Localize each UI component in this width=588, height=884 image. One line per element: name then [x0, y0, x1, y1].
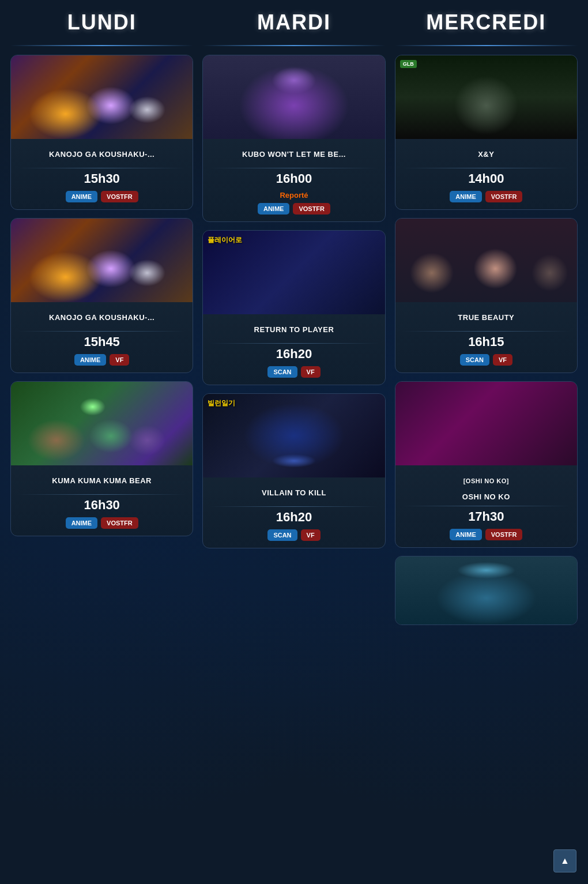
card-time-kuma: 16h30 [18, 498, 186, 513]
card-time-kanojo-1: 15h30 [18, 171, 186, 186]
card-tags-villain: Scan VF [210, 529, 378, 541]
tag-vostfr-oshi[interactable]: VOSTFR [485, 529, 523, 540]
card-body-kanojo-1: KANOJO GA KOUSHAKU-... 15h30 Anime VOSTF… [11, 139, 193, 202]
card-tags-kuma: Anime VOSTFR [18, 517, 186, 529]
card-time-kubo: 16h00 [210, 171, 378, 186]
tag-vostfr-kuma[interactable]: VOSTFR [101, 517, 138, 529]
column-title-lundi: LUNDI [10, 10, 193, 35]
column-mercredi: MERCREDI GLB X&Y 14h00 Anime VOSTFR TRUE… [390, 0, 582, 633]
card-kuma[interactable]: KUMA KUMA KUMA BEAR 16h30 Anime VOSTFR [10, 381, 193, 536]
card-true-beauty[interactable]: TRUE BEAUTY 16h15 Scan VF [395, 218, 578, 373]
card-divider-true-beauty [402, 331, 570, 332]
tag-anime-kanojo-2[interactable]: Anime [74, 354, 106, 366]
card-time-villain: 16h20 [210, 510, 378, 525]
card-villain[interactable]: 빌런일기 VILLAIN TO KILL 16h20 Scan VF [202, 393, 385, 548]
card-divider-kuma [18, 494, 186, 495]
card-body-kuma: KUMA KUMA KUMA BEAR 16h30 Anime VOSTFR [11, 465, 193, 529]
card-title-return: RETURN TO PLAYER [210, 320, 378, 340]
card-time-oshi: 17h30 [402, 509, 570, 524]
card-image-kuma [11, 382, 193, 465]
tag-vostfr-kanojo-1[interactable]: VOSTFR [101, 191, 138, 202]
tag-scan-return[interactable]: Scan [267, 366, 297, 378]
card-xy[interactable]: GLB X&Y 14h00 Anime VOSTFR [395, 55, 578, 210]
card-kanojo-1[interactable]: KANOJO GA KOUSHAKU-... 15h30 Anime VOSTF… [10, 55, 193, 210]
tag-vf-kanojo-2[interactable]: VF [110, 354, 129, 366]
card-time-xy: 14h00 [402, 171, 570, 186]
card-body-true-beauty: TRUE BEAUTY 16h15 Scan VF [395, 302, 577, 366]
card-image-kanojo-2 [11, 219, 193, 302]
card-title-kuma: KUMA KUMA KUMA BEAR [18, 471, 186, 491]
card-divider-return [210, 343, 378, 344]
column-title-mercredi: MERCREDI [395, 10, 578, 35]
card-time-true-beauty: 16h15 [402, 334, 570, 349]
card-body-villain: VILLAIN TO KILL 16h20 Scan VF [203, 477, 385, 541]
column-header-mardi: MARDI [202, 0, 385, 40]
tag-vostfr-kubo[interactable]: VOSTFR [293, 203, 330, 215]
card-tags-return: Scan VF [210, 366, 378, 378]
column-lundi: LUNDI KANOJO GA KOUSHAKU-... 15h30 Anime… [6, 0, 198, 633]
column-divider-lundi [10, 45, 193, 46]
column-title-mardi: MARDI [202, 10, 385, 35]
card-divider-oshi [402, 506, 570, 506]
card-body-xy: X&Y 14h00 Anime VOSTFR [395, 139, 577, 202]
card-time-return: 16h20 [210, 347, 378, 362]
card-title-oshi: OSHI NO KO [402, 492, 570, 502]
card-image-return: 플레이어로 [203, 231, 385, 314]
column-mardi: MARDI KUBO WON'T LET ME BE... 16h00 Repo… [198, 0, 390, 633]
card-return[interactable]: 플레이어로 RETURN TO PLAYER 16h20 Scan VF [202, 230, 385, 385]
tag-anime-xy[interactable]: Anime [450, 191, 481, 202]
card-image-last [395, 556, 577, 625]
card-divider-villain [210, 506, 378, 507]
card-tags-kubo: Anime VOSTFR [210, 203, 378, 215]
card-time-kanojo-2: 15h45 [18, 334, 186, 349]
card-reported-kubo: Reporté [210, 191, 378, 200]
tag-vf-villain[interactable]: VF [301, 529, 321, 541]
card-tags-oshi: Anime VOSTFR [402, 529, 570, 540]
xy-badge: GLB [400, 60, 417, 68]
tag-vf-return[interactable]: VF [301, 366, 321, 378]
card-divider-kanojo-1 [18, 168, 186, 168]
card-kanojo-2[interactable]: KANOJO GA KOUSHAKU-... 15h45 Anime VF [10, 218, 193, 373]
card-body-kubo: KUBO WON'T LET ME BE... 16h00 Reporté An… [203, 139, 385, 215]
scroll-to-top-button[interactable] [553, 849, 576, 872]
card-tags-xy: Anime VOSTFR [402, 191, 570, 202]
card-image-true-beauty [395, 219, 577, 302]
tag-anime-oshi[interactable]: Anime [450, 529, 481, 540]
card-body-return: RETURN TO PLAYER 16h20 Scan VF [203, 314, 385, 378]
schedule-grid: LUNDI KANOJO GA KOUSHAKU-... 15h30 Anime… [0, 0, 588, 633]
villain-overlay-text: 빌런일기 [208, 398, 235, 408]
card-subtitle-oshi: [OSHI NO KO] [402, 471, 570, 491]
card-oshi[interactable]: [OSHI NO KO] OSHI NO KO 17h30 Anime VOST… [395, 381, 578, 548]
return-overlay-text: 플레이어로 [208, 235, 242, 245]
card-image-xy: GLB [395, 55, 577, 139]
card-image-villain: 빌런일기 [203, 394, 385, 477]
card-divider-xy [402, 168, 570, 168]
card-title-villain: VILLAIN TO KILL [210, 483, 378, 503]
tag-scan-villain[interactable]: Scan [267, 529, 297, 541]
card-title-true-beauty: TRUE BEAUTY [402, 308, 570, 328]
tag-vf-true-beauty[interactable]: VF [493, 354, 512, 366]
column-header-lundi: LUNDI [10, 0, 193, 40]
card-kubo[interactable]: KUBO WON'T LET ME BE... 16h00 Reporté An… [202, 55, 385, 222]
card-body-oshi: [OSHI NO KO] OSHI NO KO 17h30 Anime VOST… [395, 465, 577, 540]
card-title-kanojo-1: KANOJO GA KOUSHAKU-... [18, 145, 186, 164]
column-divider-mardi [202, 45, 385, 46]
card-image-kubo [203, 55, 385, 139]
card-tags-kanojo-2: Anime VF [18, 354, 186, 366]
tag-scan-true-beauty[interactable]: Scan [460, 354, 489, 366]
card-divider-kanojo-2 [18, 331, 186, 332]
tag-anime-kanojo-1[interactable]: Anime [66, 191, 97, 202]
card-divider-kubo [210, 168, 378, 168]
card-tags-kanojo-1: Anime VOSTFR [18, 191, 186, 202]
card-title-kanojo-2: KANOJO GA KOUSHAKU-... [18, 308, 186, 328]
column-header-mercredi: MERCREDI [395, 0, 578, 40]
card-title-kubo: KUBO WON'T LET ME BE... [210, 145, 378, 164]
card-last[interactable] [395, 556, 578, 625]
tag-anime-kuma[interactable]: Anime [66, 517, 97, 529]
column-divider-mercredi [395, 45, 578, 46]
tag-vostfr-xy[interactable]: VOSTFR [485, 191, 523, 202]
tag-anime-kubo[interactable]: Anime [258, 203, 289, 215]
card-image-oshi [395, 382, 577, 465]
card-title-xy: X&Y [402, 145, 570, 164]
card-tags-true-beauty: Scan VF [402, 354, 570, 366]
